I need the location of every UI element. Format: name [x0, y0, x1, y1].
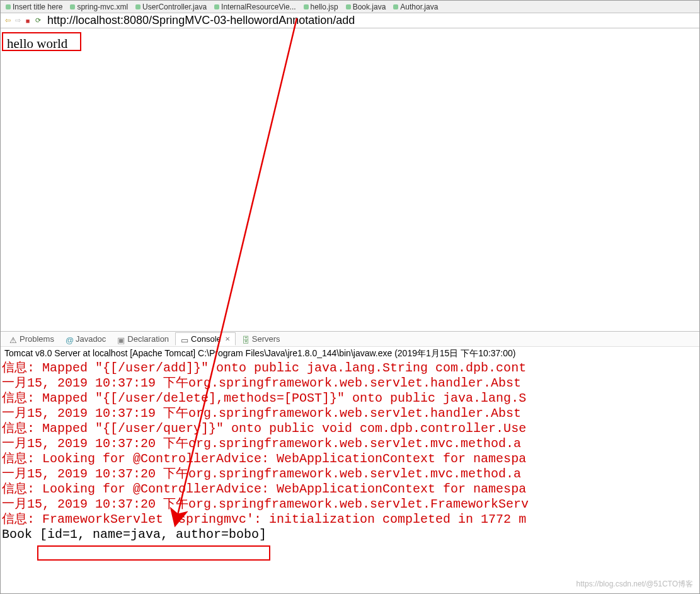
editor-tab[interactable]: UserController.java	[133, 2, 212, 11]
tab-label: Author.java	[400, 3, 438, 11]
tab-label: Declaration	[127, 334, 169, 344]
view-tabs: ⚠Problems @Javadoc ▣Declaration ▭Console…	[1, 332, 699, 347]
tab-label: spring-mvc.xml	[77, 3, 128, 11]
console-process-title: Tomcat v8.0 Server at localhost [Apache …	[1, 347, 699, 361]
back-button[interactable]: ⇦	[3, 16, 12, 25]
tab-label: Book.java	[353, 3, 386, 11]
tab-problems[interactable]: ⚠Problems	[4, 333, 59, 345]
editor-tab[interactable]: Author.java	[391, 2, 443, 11]
file-icon	[6, 4, 11, 9]
tab-servers[interactable]: 🗄Servers	[237, 333, 285, 345]
console-line: Book [id=1, name=java, author=bobo]	[2, 527, 699, 542]
tab-console[interactable]: ▭Console✕	[175, 332, 236, 346]
file-icon	[214, 4, 219, 9]
console-icon: ▭	[181, 335, 188, 343]
file-icon	[135, 4, 141, 9]
annotation-box-book	[37, 545, 270, 561]
url-input[interactable]	[43, 14, 697, 27]
editor-tab[interactable]: hello.jsp	[301, 2, 343, 11]
browser-viewport: hello world	[1, 28, 699, 331]
watermark: https://blog.csdn.net/@51CTO博客	[577, 579, 693, 590]
tab-javadoc[interactable]: @Javadoc	[60, 333, 111, 345]
tab-label: Servers	[252, 334, 280, 344]
editor-tab[interactable]: Book.java	[343, 2, 391, 11]
browser-toolbar: ⇦ ⇨ ■ ⟳	[1, 13, 699, 28]
page-body-text: hello world	[4, 35, 72, 54]
console-line: 信息: Mapped "{[/user/delete],methods=[POS…	[2, 391, 699, 406]
editor-tab-bar: Insert title here spring-mvc.xml UserCon…	[1, 1, 699, 13]
stop-button[interactable]: ■	[23, 16, 32, 25]
console-line: 一月15, 2019 10:37:20 下午org.springframewor…	[2, 467, 699, 482]
tab-label: Insert title here	[13, 3, 62, 11]
forward-button[interactable]: ⇨	[13, 16, 22, 25]
console-line: 一月15, 2019 10:37:20 下午org.springframewor…	[2, 497, 699, 512]
console-line: 一月15, 2019 10:37:19 下午org.springframewor…	[2, 406, 699, 421]
console-line: 一月15, 2019 10:37:20 下午org.springframewor…	[2, 436, 699, 451]
problems-icon: ⚠	[9, 335, 17, 343]
tab-label: Javadoc	[76, 334, 106, 344]
editor-tab[interactable]: InternalResourceVie...	[212, 2, 301, 11]
tab-label: Problems	[20, 334, 54, 344]
servers-icon: 🗄	[242, 335, 250, 343]
tab-declaration[interactable]: ▣Declaration	[112, 333, 174, 345]
javadoc-icon: @	[66, 335, 73, 343]
file-icon	[346, 4, 351, 9]
bottom-panel: ⚠Problems @Javadoc ▣Declaration ▭Console…	[1, 331, 699, 542]
tab-label: InternalResourceVie...	[221, 3, 296, 11]
console-line: 信息: Looking for @ControllerAdvice: WebAp…	[2, 451, 699, 467]
tab-label: Console	[191, 334, 221, 344]
console-line: 信息: FrameworkServlet 'springmvc': initia…	[2, 512, 699, 527]
console-line: 一月15, 2019 10:37:19 下午org.springframewor…	[2, 376, 699, 391]
console-line: 信息: Looking for @ControllerAdvice: WebAp…	[2, 482, 699, 497]
console-output[interactable]: 信息: Mapped "{[/user/add]}" onto public j…	[1, 361, 699, 542]
file-icon	[70, 4, 75, 9]
close-icon[interactable]: ✕	[224, 335, 230, 342]
declaration-icon: ▣	[117, 335, 125, 343]
file-icon	[304, 4, 309, 9]
console-line: 信息: Mapped "{[/user/add]}" onto public j…	[2, 361, 699, 376]
tab-label: UserController.java	[142, 3, 207, 11]
file-icon	[393, 4, 398, 9]
editor-tab[interactable]: spring-mvc.xml	[67, 2, 133, 11]
tab-label: hello.jsp	[311, 3, 338, 11]
console-line: 信息: Mapped "{[/user/query]}" onto public…	[2, 421, 699, 436]
refresh-button[interactable]: ⟳	[33, 16, 42, 25]
editor-tab[interactable]: Insert title here	[3, 2, 67, 11]
